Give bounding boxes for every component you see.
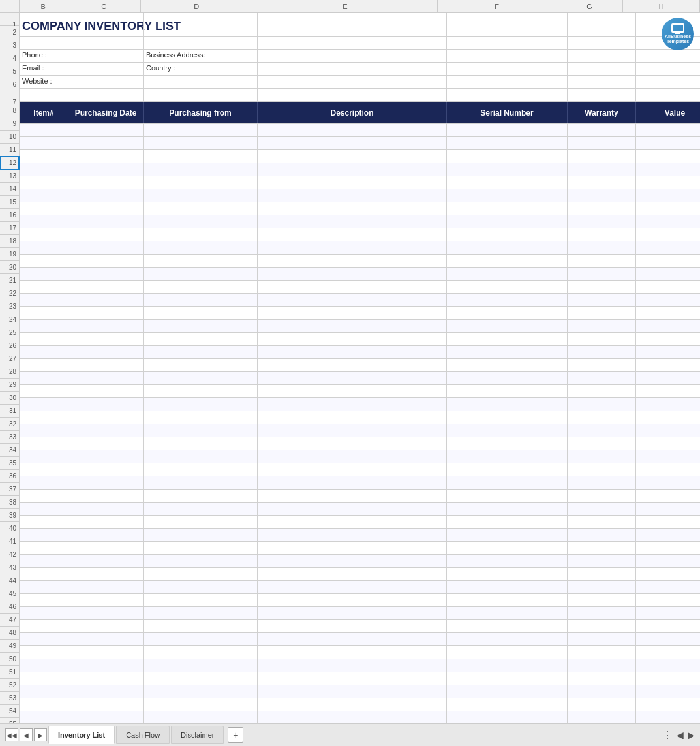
cell-15-h[interactable] [636, 215, 700, 228]
cell-36-f[interactable] [447, 490, 568, 502]
cell-52-e[interactable] [258, 698, 447, 711]
cell-37-c[interactable] [68, 503, 144, 515]
header-description[interactable]: Description [258, 102, 447, 123]
cell-8-e[interactable] [258, 124, 447, 136]
cell-17-f[interactable] [447, 241, 568, 254]
cell-42-c[interactable] [68, 568, 144, 580]
cell-9-f[interactable] [447, 137, 568, 149]
cell-13-h[interactable] [636, 189, 700, 202]
cell-46-d[interactable] [144, 620, 258, 632]
cell-42-b[interactable] [20, 568, 68, 580]
cell-35-g[interactable] [568, 476, 636, 489]
cell-33-e[interactable] [258, 450, 447, 463]
cell-49-e[interactable] [258, 659, 447, 672]
cell-38-e[interactable] [258, 516, 447, 528]
cell-39-e[interactable] [258, 529, 447, 541]
cell-18-d[interactable] [144, 255, 258, 267]
cell-20-h[interactable] [636, 281, 700, 293]
tab-inventory-list[interactable]: Inventory List [48, 726, 115, 744]
cell-21-b[interactable] [20, 294, 68, 306]
cell-37-h[interactable] [636, 503, 700, 515]
cell-43-g[interactable] [568, 581, 636, 593]
cell-22-g[interactable] [568, 307, 636, 319]
country-label[interactable]: Country : [144, 63, 258, 75]
cell-10-b[interactable] [20, 150, 68, 163]
cell-40-f[interactable] [447, 542, 568, 554]
cell-21-c[interactable] [68, 294, 144, 306]
cell-5-g[interactable] [568, 76, 636, 88]
cell-22-f[interactable] [447, 307, 568, 319]
cell-33-c[interactable] [68, 450, 144, 463]
cell-27-g[interactable] [568, 372, 636, 384]
email-value[interactable] [68, 63, 144, 75]
cell-23-h[interactable] [636, 320, 700, 332]
cell-2-b[interactable] [20, 37, 68, 49]
cell-48-c[interactable] [68, 646, 144, 659]
cell-44-b[interactable] [20, 594, 68, 606]
cell-44-c[interactable] [68, 594, 144, 606]
website-value[interactable] [68, 76, 144, 88]
cell-5-d[interactable] [144, 76, 258, 88]
cell-30-e[interactable] [258, 411, 447, 424]
cell-26-f[interactable] [447, 359, 568, 371]
cell-20-g[interactable] [568, 281, 636, 293]
cell-40-c[interactable] [68, 542, 144, 554]
cell-6-g[interactable] [568, 89, 636, 101]
cell-29-g[interactable] [568, 398, 636, 411]
cell-34-g[interactable] [568, 463, 636, 476]
cell-42-h[interactable] [636, 568, 700, 580]
cell-50-g[interactable] [568, 672, 636, 685]
cell-29-d[interactable] [144, 398, 258, 411]
cell-12-b[interactable] [20, 176, 68, 189]
cell-20-f[interactable] [447, 281, 568, 293]
cell-40-e[interactable] [258, 542, 447, 554]
cell-27-f[interactable] [447, 372, 568, 384]
cell-46-b[interactable] [20, 620, 68, 632]
cell-10-g[interactable] [568, 150, 636, 163]
cell-47-g[interactable] [568, 633, 636, 645]
cell-38-b[interactable] [20, 516, 68, 528]
cell-16-d[interactable] [144, 228, 258, 241]
cell-23-b[interactable] [20, 320, 68, 332]
cell-53-d[interactable] [144, 711, 258, 723]
title-cell[interactable]: COMPANY INVENTORY LIST [20, 13, 68, 36]
cell-53-g[interactable] [568, 711, 636, 723]
cell-6-f[interactable] [447, 89, 568, 101]
header-item-num[interactable]: Item# [20, 102, 68, 123]
cell-16-f[interactable] [447, 228, 568, 241]
cell-6-b[interactable] [20, 89, 68, 101]
cell-46-f[interactable] [447, 620, 568, 632]
header-purchasing-date[interactable]: Purchasing Date [68, 102, 144, 123]
country-value[interactable] [258, 63, 447, 75]
header-purchasing-from[interactable]: Purchasing from [144, 102, 258, 123]
cell-39-d[interactable] [144, 529, 258, 541]
cell-23-g[interactable] [568, 320, 636, 332]
cell-23-f[interactable] [447, 320, 568, 332]
cell-25-c[interactable] [68, 346, 144, 358]
cell-50-f[interactable] [447, 672, 568, 685]
cell-46-c[interactable] [68, 620, 144, 632]
cell-51-c[interactable] [68, 685, 144, 698]
cell-18-e[interactable] [258, 255, 447, 267]
cell-8-c[interactable] [68, 124, 144, 136]
cell-26-h[interactable] [636, 359, 700, 371]
cell-5-h[interactable] [636, 76, 700, 88]
cell-21-h[interactable] [636, 294, 700, 306]
cell-28-d[interactable] [144, 385, 258, 397]
cell-43-e[interactable] [258, 581, 447, 593]
cell-25-f[interactable] [447, 346, 568, 358]
cell-49-h[interactable] [636, 659, 700, 672]
cell-51-b[interactable] [20, 685, 68, 698]
cell-34-c[interactable] [68, 463, 144, 476]
cell-41-f[interactable] [447, 555, 568, 567]
cell-38-d[interactable] [144, 516, 258, 528]
cell-38-h[interactable] [636, 516, 700, 528]
cell-9-d[interactable] [144, 137, 258, 149]
cell-25-g[interactable] [568, 346, 636, 358]
cell-37-d[interactable] [144, 503, 258, 515]
cell-34-b[interactable] [20, 463, 68, 476]
cell-32-g[interactable] [568, 437, 636, 450]
cell-21-d[interactable] [144, 294, 258, 306]
cell-16-h[interactable] [636, 228, 700, 241]
cell-44-e[interactable] [258, 594, 447, 606]
